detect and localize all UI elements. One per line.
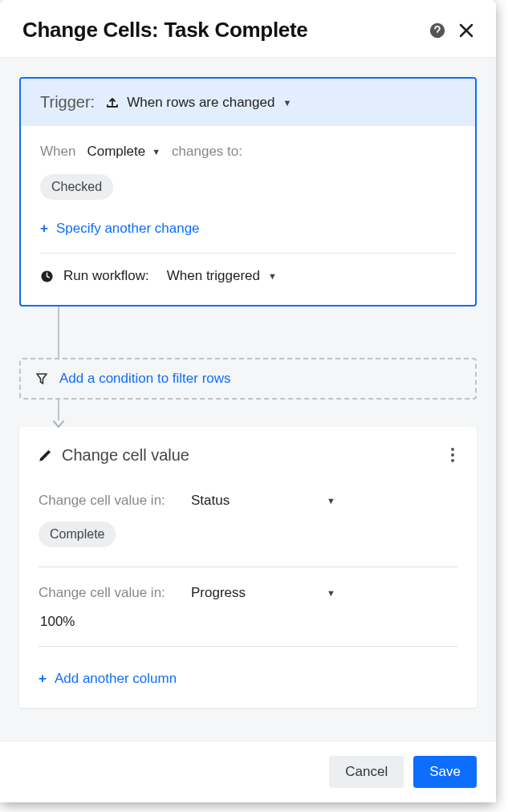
action-header: Change cell value (39, 445, 457, 465)
plus-icon: + (39, 671, 47, 687)
changes-to-label: changes to: (172, 144, 242, 160)
trigger-card: Trigger: When rows are changed ▼ When (19, 77, 477, 307)
when-label: When (40, 144, 75, 160)
change-label: Change cell value in: (39, 585, 177, 601)
change-value-text[interactable]: 100% (39, 614, 457, 630)
clock-icon (40, 270, 54, 283)
trigger-value-chip[interactable]: Checked (40, 174, 113, 200)
add-another-column-link[interactable]: + Add another column (39, 664, 457, 696)
add-condition-box[interactable]: Add a condition to filter rows (19, 358, 477, 400)
trigger-type-text: When rows are changed (127, 95, 274, 111)
change-field-text: Status (191, 493, 230, 509)
plus-icon: + (40, 221, 48, 237)
run-workflow-label: Run workflow: (63, 268, 149, 284)
divider (39, 566, 457, 567)
specify-another-change-link[interactable]: + Specify another change (40, 216, 456, 250)
modal-dialog: Change Cells: Task Complete Trigger: (0, 0, 496, 802)
filter-icon (35, 372, 48, 385)
arrow-down-icon (53, 417, 64, 432)
save-button[interactable]: Save (413, 756, 477, 788)
help-icon[interactable] (429, 22, 446, 39)
modal-header: Change Cells: Task Complete (0, 0, 496, 58)
trigger-body: When Complete ▼ changes to: Checked + Sp… (21, 126, 475, 305)
divider (39, 646, 457, 647)
trigger-header: Trigger: When rows are changed ▼ (21, 79, 475, 126)
change-row-2: Change cell value in: Progress ▼ (39, 585, 457, 601)
pencil-icon (39, 449, 52, 462)
when-field-select[interactable]: Complete ▼ (87, 144, 161, 160)
action-title: Change cell value (62, 446, 189, 465)
trigger-type-select[interactable]: When rows are changed ▼ (106, 95, 291, 111)
change-label: Change cell value in: (39, 493, 177, 509)
add-another-column-text: Add another column (55, 671, 177, 687)
add-condition-text: Add a condition to filter rows (59, 371, 231, 387)
caret-down-icon: ▼ (268, 271, 277, 281)
when-field-text: Complete (87, 144, 145, 160)
change-value-chip[interactable]: Complete (39, 522, 116, 547)
close-icon[interactable] (459, 23, 473, 38)
action-card: Change cell value Change cell value in: … (19, 427, 477, 708)
kebab-menu-icon[interactable] (448, 445, 457, 465)
run-workflow-row: Run workflow: When triggered ▼ (40, 254, 456, 297)
caret-down-icon: ▼ (327, 588, 335, 598)
caret-down-icon: ▼ (152, 147, 161, 156)
modal-footer: Cancel Save (0, 741, 496, 802)
change-field-text: Progress (191, 585, 246, 601)
run-workflow-value: When triggered (167, 268, 260, 284)
specify-another-text: Specify another change (56, 221, 200, 237)
modal-title: Change Cells: Task Complete (22, 18, 308, 43)
trigger-label: Trigger: (40, 93, 95, 112)
caret-down-icon: ▼ (282, 98, 291, 108)
modal-body: Trigger: When rows are changed ▼ When (0, 58, 496, 741)
upload-icon (106, 96, 119, 109)
change-field-select[interactable]: Progress ▼ (191, 585, 335, 601)
change-row-1: Change cell value in: Status ▼ (39, 493, 457, 509)
action-header-left: Change cell value (39, 446, 189, 465)
caret-down-icon: ▼ (327, 496, 335, 505)
header-icons (429, 22, 473, 39)
cancel-button[interactable]: Cancel (329, 756, 404, 788)
when-row: When Complete ▼ changes to: (40, 144, 456, 160)
svg-point-1 (437, 33, 438, 35)
run-workflow-select[interactable]: When triggered ▼ (167, 268, 277, 284)
connector: Add a condition to filter rows (19, 307, 477, 427)
change-field-select[interactable]: Status ▼ (191, 493, 335, 509)
connector-line (58, 307, 59, 358)
